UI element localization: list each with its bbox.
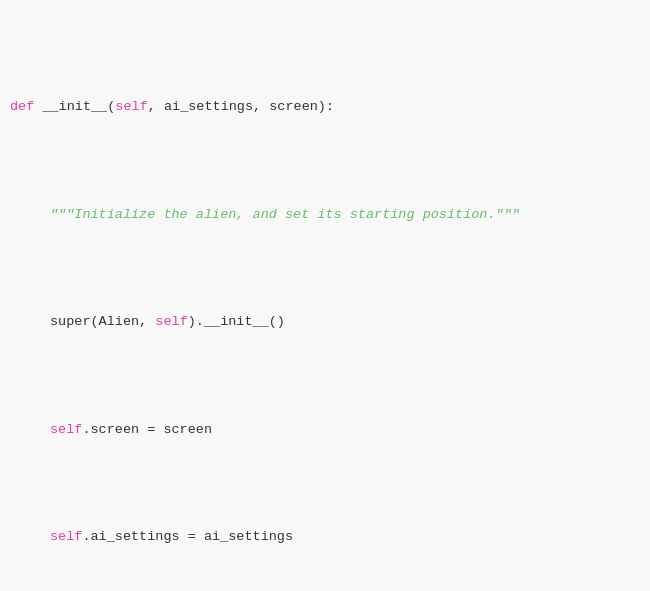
code-block: def __init__(self, ai_settings, screen):… [10, 10, 634, 591]
line-2: """Initialize the alien, and set its sta… [10, 204, 634, 225]
line-5: self.ai_settings = ai_settings [10, 526, 634, 547]
line-4: self.screen = screen [10, 419, 634, 440]
line-1: def __init__(self, ai_settings, screen): [10, 96, 634, 117]
code-container: def __init__(self, ai_settings, screen):… [0, 0, 650, 591]
line-3: super(Alien, self).__init__() [10, 311, 634, 332]
